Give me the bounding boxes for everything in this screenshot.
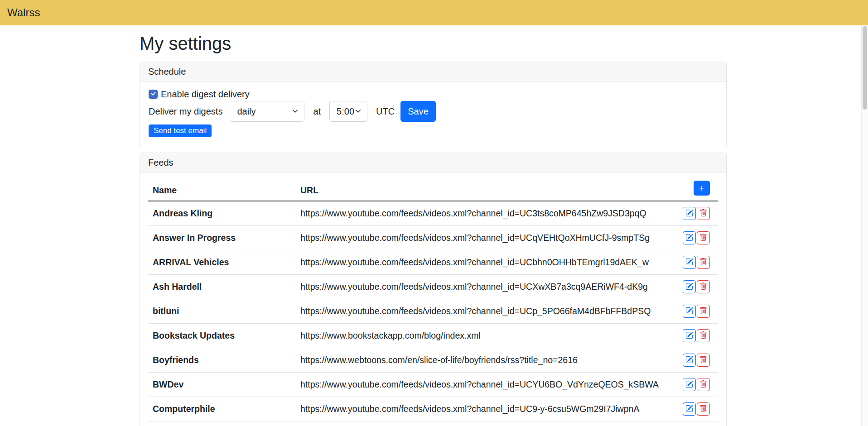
feed-row: Boyfriends https://www.webtoons.com/en/s… bbox=[148, 348, 718, 373]
delete-feed-button[interactable] bbox=[697, 207, 710, 220]
frequency-select[interactable]: daily bbox=[230, 101, 304, 122]
feed-url: https://www.youtube.com/feeds/videos.xml… bbox=[296, 299, 673, 324]
feed-name: Computerphile bbox=[148, 397, 296, 421]
edit-feed-button[interactable] bbox=[683, 378, 696, 391]
add-feed-button[interactable]: + bbox=[694, 181, 710, 196]
feed-name: ARRIVAL Vehicles bbox=[148, 250, 296, 275]
column-header-actions: + bbox=[673, 172, 718, 201]
feeds-table: Name URL + Andreas Kling https://www.you… bbox=[148, 172, 718, 426]
time-select[interactable]: 5:00 bbox=[329, 101, 367, 122]
edit-feed-button[interactable] bbox=[683, 354, 696, 367]
test-email-row: Send test email bbox=[149, 124, 718, 137]
edit-feed-button[interactable] bbox=[683, 305, 696, 318]
delete-feed-button[interactable] bbox=[697, 354, 710, 367]
feed-url: https://www.youtube.com/feeds/videos.xml… bbox=[296, 397, 673, 421]
edit-feed-button[interactable] bbox=[683, 256, 696, 269]
trash-icon bbox=[699, 356, 707, 365]
delete-feed-button[interactable] bbox=[697, 329, 710, 342]
trash-icon bbox=[699, 209, 707, 218]
enable-digest-checkbox[interactable] bbox=[149, 90, 158, 99]
edit-feed-button[interactable] bbox=[683, 207, 696, 220]
feed-url: https://www.youtube.com/feeds/videos.xml… bbox=[296, 250, 673, 275]
check-icon bbox=[150, 90, 156, 98]
pencil-icon bbox=[685, 234, 693, 243]
feeds-card: Feeds Name URL + Andreas Kling bbox=[140, 153, 727, 426]
deliver-settings-row: Deliver my digests daily at 5:00 bbox=[149, 101, 718, 122]
edit-feed-button[interactable] bbox=[683, 231, 696, 244]
feed-url: https://www.youtube.com/feeds/videos.xml… bbox=[296, 226, 673, 250]
feed-name: bitluni bbox=[148, 299, 296, 324]
feed-row-actions bbox=[677, 207, 710, 220]
pencil-icon bbox=[685, 258, 693, 267]
time-selected-value: 5:00 bbox=[337, 106, 354, 117]
column-header-name: Name bbox=[148, 172, 296, 201]
delete-feed-button[interactable] bbox=[697, 305, 710, 318]
trash-icon bbox=[699, 282, 707, 292]
pencil-icon bbox=[685, 282, 693, 292]
save-button[interactable]: Save bbox=[400, 101, 436, 122]
app-root: Walrss My settings Schedule Enable diges… bbox=[0, 0, 868, 426]
edit-feed-button[interactable] bbox=[683, 402, 696, 416]
pencil-icon bbox=[685, 380, 693, 389]
feed-row: BWDev https://www.youtube.com/feeds/vide… bbox=[148, 373, 718, 397]
navbar-brand[interactable]: Walrss bbox=[7, 6, 40, 19]
feed-name: Ash Hardell bbox=[148, 275, 296, 299]
feed-url: https://www.webtoons.com/en/slice-of-lif… bbox=[296, 348, 673, 373]
edit-feed-button[interactable] bbox=[683, 280, 696, 293]
pencil-icon bbox=[685, 307, 693, 316]
delete-feed-button[interactable] bbox=[697, 378, 710, 391]
pencil-icon bbox=[685, 331, 693, 340]
feed-name: Bookstack Updates bbox=[148, 324, 296, 348]
deliver-label: Deliver my digests bbox=[149, 106, 222, 117]
column-header-url: URL bbox=[296, 172, 673, 201]
feeds-table-header-row: Name URL + bbox=[148, 172, 718, 201]
feed-row-actions bbox=[677, 280, 710, 293]
feed-url: https://www.youtube.com/feeds/videos.xml… bbox=[296, 421, 673, 426]
timezone-label: UTC bbox=[376, 106, 395, 117]
feed-row-actions bbox=[677, 378, 710, 391]
schedule-card-header: Schedule bbox=[140, 62, 726, 81]
chevron-down-icon bbox=[292, 106, 299, 117]
feed-row-actions bbox=[677, 402, 710, 416]
edit-feed-button[interactable] bbox=[683, 329, 696, 342]
feed-row: Fireship https://www.youtube.com/feeds/v… bbox=[148, 421, 718, 426]
send-test-email-button[interactable]: Send test email bbox=[149, 124, 212, 137]
feeds-card-header: Feeds bbox=[140, 153, 726, 172]
scrollbar[interactable] bbox=[861, 25, 868, 426]
feed-url: https://www.youtube.com/feeds/videos.xml… bbox=[296, 373, 673, 397]
delete-feed-button[interactable] bbox=[697, 280, 710, 293]
enable-digest-label[interactable]: Enable digest delivery bbox=[161, 89, 250, 100]
chevron-down-icon bbox=[355, 106, 362, 117]
trash-icon bbox=[699, 405, 707, 414]
trash-icon bbox=[699, 258, 707, 267]
delete-feed-button[interactable] bbox=[697, 231, 710, 244]
pencil-icon bbox=[685, 405, 693, 414]
feed-row-actions bbox=[677, 256, 710, 269]
feed-row: bitluni https://www.youtube.com/feeds/vi… bbox=[148, 299, 718, 324]
feed-row-actions bbox=[677, 329, 710, 342]
feed-row-actions bbox=[677, 354, 710, 367]
feed-row: Ash Hardell https://www.youtube.com/feed… bbox=[148, 275, 718, 299]
navbar: Walrss bbox=[0, 0, 868, 25]
feeds-table-body: Andreas Kling https://www.youtube.com/fe… bbox=[148, 201, 718, 426]
at-label: at bbox=[313, 106, 321, 117]
feed-row: ARRIVAL Vehicles https://www.youtube.com… bbox=[148, 250, 718, 275]
scrollbar-thumb[interactable] bbox=[863, 26, 867, 110]
feed-row-actions bbox=[677, 305, 710, 318]
feed-name: Andreas Kling bbox=[148, 201, 296, 226]
trash-icon bbox=[699, 234, 707, 243]
feed-name: Answer In Progress bbox=[148, 226, 296, 250]
trash-icon bbox=[699, 307, 707, 316]
feeds-card-body: Name URL + Andreas Kling https://www.you… bbox=[140, 172, 726, 426]
feed-name: Boyfriends bbox=[148, 348, 296, 373]
feed-row: Answer In Progress https://www.youtube.c… bbox=[148, 226, 718, 250]
trash-icon bbox=[699, 380, 707, 389]
feed-row: Andreas Kling https://www.youtube.com/fe… bbox=[148, 201, 718, 226]
frequency-selected-value: daily bbox=[237, 106, 256, 117]
schedule-card-body: Enable digest delivery Deliver my digest… bbox=[140, 81, 726, 147]
delete-feed-button[interactable] bbox=[697, 256, 710, 269]
feed-url: https://www.youtube.com/feeds/videos.xml… bbox=[296, 201, 673, 226]
feed-url: https://www.youtube.com/feeds/videos.xml… bbox=[296, 275, 673, 299]
schedule-card: Schedule Enable digest delivery Deliver … bbox=[140, 62, 727, 147]
delete-feed-button[interactable] bbox=[697, 402, 710, 416]
